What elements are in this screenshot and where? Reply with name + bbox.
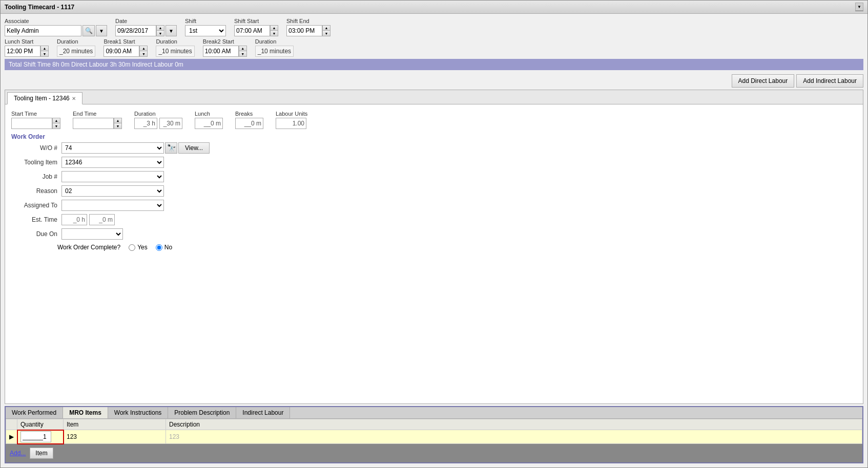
associate-search-button[interactable]: 🔍 — [82, 25, 95, 36]
break2-start-input[interactable]: 10:00 AM — [203, 46, 239, 57]
date-down-button[interactable]: ▼ — [157, 31, 164, 36]
break1-duration-group: Duration _10 minutes — [156, 38, 194, 57]
break1-duration-value: _10 minutes — [156, 46, 194, 57]
associate-input-group: Kelly Admin 🔍 ▼ — [5, 25, 107, 36]
shift-start-input[interactable]: 07:00 AM — [234, 25, 270, 36]
start-time-spinner: ▲ ▼ — [11, 118, 60, 129]
tooling-item-tab[interactable]: Tooling Item - 12346 ✕ — [7, 92, 82, 104]
break2-start-group: Break2 Start 10:00 AM ▲ ▼ — [203, 38, 247, 57]
start-time-down[interactable]: ▼ — [53, 123, 60, 129]
start-time-up[interactable]: ▲ — [53, 118, 60, 123]
est-time-h-input[interactable]: _0 h — [61, 214, 87, 225]
tab-scroll-right[interactable]: ▼ — [855, 3, 863, 11]
quantity-input[interactable] — [20, 431, 51, 442]
shift-label: Shift — [185, 18, 226, 24]
break1-start-spinner-buttons: ▲ ▼ — [139, 46, 148, 57]
yes-label: Yes — [137, 244, 148, 251]
date-dropdown-button[interactable]: ▼ — [166, 25, 177, 36]
reason-input-group: 02 — [61, 185, 164, 197]
break1-start-label: Break1 Start — [104, 38, 148, 45]
end-time-input[interactable] — [73, 118, 114, 129]
break2-start-down[interactable]: ▼ — [239, 51, 246, 56]
tooling-item-input-group: 12346 — [61, 157, 164, 168]
col-item-header: Item — [64, 419, 166, 430]
break2-start-up[interactable]: ▲ — [239, 46, 246, 51]
add-indirect-labour-button[interactable]: Add Indirect Labour — [796, 74, 863, 88]
lunch-start-input[interactable]: 12:00 PM — [5, 46, 40, 57]
add-direct-labour-button[interactable]: Add Direct Labour — [732, 74, 795, 88]
mro-items-table: Quantity Item Description ▶ 123 123 — [6, 419, 862, 444]
start-time-spinner-buttons: ▲ ▼ — [52, 118, 60, 129]
shift-start-down[interactable]: ▼ — [271, 31, 278, 36]
tab-work-performed[interactable]: Work Performed — [6, 407, 63, 418]
break1-start-input[interactable]: 09:00 AM — [104, 46, 139, 57]
associate-input[interactable]: Kelly Admin — [5, 25, 81, 36]
view-button[interactable]: View... — [178, 142, 210, 154]
date-input[interactable]: 09/28/2017 — [115, 25, 156, 36]
item-button[interactable]: Item — [30, 448, 53, 459]
tab-mro-items[interactable]: MRO Items — [63, 407, 108, 418]
assigned-to-input-group — [61, 200, 164, 211]
yes-radio-group: Yes — [129, 244, 148, 251]
tab-indirect-labour[interactable]: Indirect Labour — [236, 407, 290, 418]
table-footer: Add... Item — [6, 444, 862, 462]
tab-problem-description[interactable]: Problem Description — [168, 407, 236, 418]
due-on-select[interactable] — [61, 228, 123, 240]
start-time-input[interactable] — [11, 118, 52, 129]
shift-end-down[interactable]: ▼ — [323, 31, 330, 36]
no-radio[interactable] — [156, 244, 162, 251]
reason-label: Reason — [11, 187, 57, 195]
break2-duration-value: _10 minutes — [255, 46, 294, 57]
duration-m-input[interactable]: _30 m — [159, 118, 182, 129]
lunch-start-up[interactable]: ▲ — [41, 46, 48, 51]
shift-end-spinner-buttons: ▲ ▼ — [322, 25, 330, 36]
duration-label: Duration — [134, 111, 182, 117]
lunch-start-spinner-buttons: ▲ ▼ — [40, 46, 49, 57]
add-link[interactable]: Add... — [10, 450, 26, 457]
wo-label: W/O # — [11, 144, 57, 152]
end-time-label: End Time — [73, 111, 122, 117]
shift-group: Shift 1st — [185, 18, 226, 36]
associate-dropdown-button[interactable]: ▼ — [96, 25, 107, 36]
date-input-group: 09/28/2017 ▲ ▼ ▼ — [115, 25, 177, 36]
labour-units-input[interactable]: 1.00 — [276, 118, 306, 129]
due-on-input-group — [61, 228, 123, 240]
break1-start-down[interactable]: ▼ — [140, 51, 147, 56]
shift-end-up[interactable]: ▲ — [323, 26, 330, 31]
work-complete-row: Work Order Complete? Yes No — [57, 244, 857, 251]
date-up-button[interactable]: ▲ — [157, 26, 164, 31]
break2-start-label: Break2 Start — [203, 38, 247, 45]
tab-close-icon[interactable]: ✕ — [72, 96, 76, 101]
status-bar: Total Shift Time 8h 0m Direct Labour 3h … — [5, 59, 863, 70]
shift-start-up[interactable]: ▲ — [271, 26, 278, 31]
duration-h-input[interactable]: _3 h — [134, 118, 157, 129]
title-bar: Tooling Timecard - 1117 ✕ — [1, 1, 867, 14]
duration-group: Duration _3 h _30 m — [134, 111, 182, 129]
no-label: No — [164, 244, 172, 251]
end-time-down[interactable]: ▼ — [114, 123, 121, 129]
reason-select[interactable]: 02 — [61, 185, 164, 197]
description-cell: 123 — [166, 430, 862, 444]
tooling-item-select[interactable]: 12346 — [61, 157, 164, 168]
no-radio-group: No — [156, 244, 172, 251]
end-time-up[interactable]: ▲ — [114, 118, 121, 123]
tab-work-instructions[interactable]: Work Instructions — [108, 407, 168, 418]
tab-header: Tooling Item - 12346 ✕ ▼ — [5, 90, 863, 104]
yes-radio[interactable] — [129, 244, 135, 251]
break1-start-up[interactable]: ▲ — [140, 46, 147, 51]
shift-end-input[interactable]: 03:00 PM — [286, 25, 322, 36]
lunch-start-down[interactable]: ▼ — [41, 51, 48, 56]
shift-select[interactable]: 1st — [185, 25, 226, 36]
lunch-input[interactable]: __0 m — [195, 118, 223, 129]
break2-start-spinner: 10:00 AM ▲ ▼ — [203, 46, 247, 57]
shift-start-spinner-buttons: ▲ ▼ — [270, 25, 278, 36]
table-tabs: Work Performed MRO Items Work Instructio… — [6, 407, 862, 419]
wo-search-button[interactable]: 🔭 — [165, 142, 177, 154]
breaks-input[interactable]: __0 m — [235, 118, 263, 129]
duration-inputs: _3 h _30 m — [134, 118, 182, 129]
lunch-duration-value: _20 minutes — [57, 46, 95, 57]
wo-select[interactable]: 74 — [61, 142, 164, 154]
job-select[interactable] — [61, 171, 164, 182]
est-time-m-input[interactable]: _0 m — [89, 214, 115, 225]
assigned-to-select[interactable] — [61, 200, 164, 211]
